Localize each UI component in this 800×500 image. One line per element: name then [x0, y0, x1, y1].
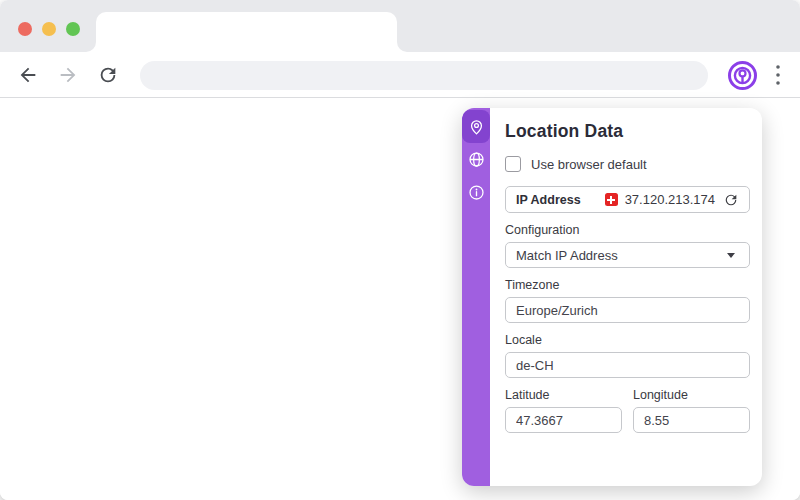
- lat-long-row: Latitude Longitude: [505, 378, 750, 433]
- browser-tab[interactable]: [96, 12, 397, 52]
- use-browser-default-label: Use browser default: [531, 157, 647, 172]
- back-arrow-icon: [17, 64, 39, 86]
- titlebar: [0, 0, 800, 52]
- sidebar-item-globe[interactable]: [462, 143, 490, 176]
- refresh-ip-button[interactable]: [723, 191, 741, 209]
- dropdown-caret-icon: [727, 253, 735, 258]
- configuration-select[interactable]: Match IP Address: [505, 242, 750, 268]
- reload-icon: [97, 64, 119, 86]
- browser-window: Location Data Use browser default IP Add…: [0, 0, 800, 500]
- sidebar-item-info[interactable]: [462, 176, 490, 209]
- popup-sidebar: [462, 108, 490, 486]
- locale-input[interactable]: [505, 352, 750, 378]
- ip-address-value: 37.120.213.174: [625, 192, 715, 207]
- forward-arrow-icon: [57, 64, 79, 86]
- latitude-input[interactable]: [505, 407, 622, 433]
- vytal-extension-icon: [727, 60, 758, 91]
- browser-toolbar: [0, 52, 800, 98]
- use-browser-default-row: Use browser default: [505, 155, 750, 173]
- traffic-light-zoom[interactable]: [66, 22, 80, 36]
- address-bar[interactable]: [140, 61, 708, 90]
- use-browser-default-checkbox[interactable]: [505, 156, 521, 172]
- sidebar-item-location[interactable]: [462, 110, 490, 143]
- kebab-menu-icon: [768, 63, 788, 87]
- locale-label: Locale: [505, 333, 750, 347]
- browser-menu-button[interactable]: [768, 63, 788, 87]
- globe-icon: [467, 150, 486, 169]
- reload-button[interactable]: [96, 63, 120, 87]
- longitude-input[interactable]: [633, 407, 750, 433]
- page-title: Location Data: [505, 121, 750, 142]
- back-button[interactable]: [16, 63, 40, 87]
- configuration-value: Match IP Address: [516, 248, 618, 263]
- swiss-flag-icon: [605, 193, 618, 206]
- ip-address-row: IP Address 37.120.213.174: [505, 186, 750, 213]
- location-pin-icon: [467, 117, 486, 136]
- latitude-label: Latitude: [505, 388, 622, 402]
- timezone-input[interactable]: [505, 297, 750, 323]
- timezone-label: Timezone: [505, 278, 750, 292]
- forward-button[interactable]: [56, 63, 80, 87]
- traffic-light-close[interactable]: [18, 22, 32, 36]
- page-content: Location Data Use browser default IP Add…: [0, 98, 800, 500]
- ip-address-label: IP Address: [516, 193, 581, 207]
- extension-popup: Location Data Use browser default IP Add…: [462, 108, 762, 486]
- popup-main: Location Data Use browser default IP Add…: [490, 108, 762, 486]
- traffic-light-minimize[interactable]: [42, 22, 56, 36]
- extension-button[interactable]: [727, 60, 758, 91]
- refresh-icon: [723, 192, 739, 208]
- info-icon: [467, 183, 486, 202]
- longitude-label: Longitude: [633, 388, 750, 402]
- configuration-label: Configuration: [505, 223, 750, 237]
